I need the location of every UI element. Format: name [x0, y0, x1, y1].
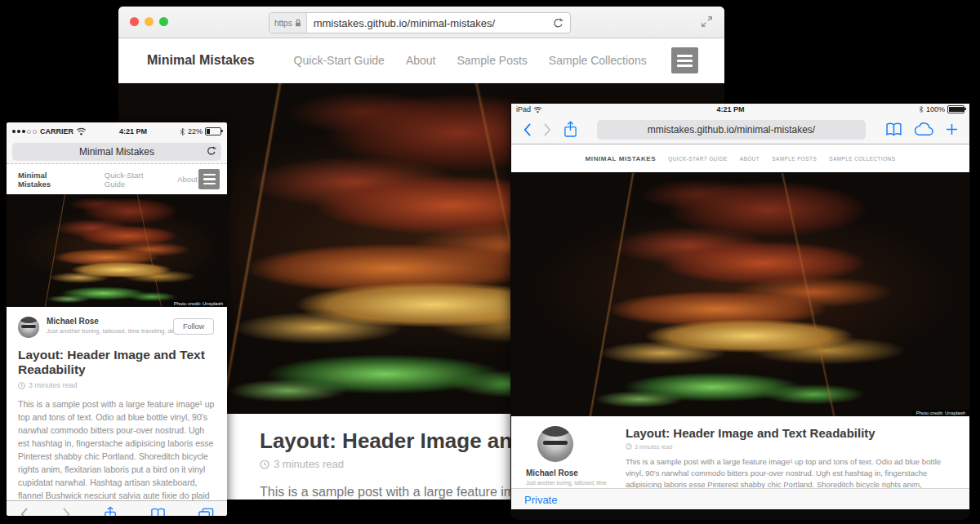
close-window-button[interactable]: [130, 17, 139, 26]
share-icon: [104, 506, 117, 516]
author-avatar: [537, 426, 573, 462]
site-brand-link[interactable]: Minimal Mistakes: [147, 53, 255, 68]
safari-bottom-toolbar: [7, 500, 227, 516]
wifi-icon: [533, 106, 542, 113]
iphone-device: CARRIER 4:21 PM 22% Minimal Mistakes Min…: [7, 122, 227, 516]
tabs-button[interactable]: [198, 508, 214, 516]
wifi-icon: [76, 127, 87, 135]
back-button[interactable]: [20, 507, 29, 516]
back-button[interactable]: [523, 122, 532, 137]
ipad-site-nav: Minimal Mistakes Quick-Start Guide About…: [511, 144, 969, 173]
site-brand-link[interactable]: Minimal Mistakes: [18, 171, 75, 189]
forward-icon: [543, 122, 552, 137]
bookmarks-button[interactable]: [885, 122, 902, 136]
clock-icon: [260, 460, 270, 469]
fullscreen-button[interactable]: [701, 16, 713, 28]
safari-toolbar: mmistakes.github.io/minimal-mistakes/: [511, 115, 969, 144]
https-label: https: [274, 19, 292, 28]
expand-icon: [701, 16, 713, 28]
ipad-post-content: Michael Rose Just another boring, tattoo…: [511, 416, 969, 488]
iphone-address-bar[interactable]: Minimal Mistakes: [12, 143, 221, 161]
url-text: mmistakes.github.io/minimal-mistakes/: [307, 17, 546, 29]
share-button[interactable]: [104, 506, 117, 516]
window-controls: [130, 17, 168, 26]
url-text: mmistakes.github.io/minimal-mistakes/: [648, 124, 815, 135]
signal-strength-icon: [12, 130, 37, 134]
read-time: 3 minutes read: [29, 381, 78, 389]
photo-credit: Photo credit: Unsplash: [170, 300, 227, 307]
nav-link-quick-start[interactable]: Quick-Start Guide: [668, 156, 728, 162]
author-name: Michael Rose: [47, 317, 193, 326]
nav-link-sample-posts[interactable]: Sample Posts: [457, 54, 527, 67]
new-tab-button[interactable]: [946, 123, 958, 135]
clock-icon: [18, 382, 25, 389]
post-paragraph: This is a sample post with a large featu…: [626, 456, 952, 488]
carrier-label: CARRIER: [40, 127, 74, 135]
icloud-tabs-button[interactable]: [914, 122, 934, 136]
read-time: 3 minutes read: [635, 444, 672, 450]
battery-icon: [947, 105, 964, 113]
nav-link-quick-start[interactable]: Quick-Start Guide: [294, 54, 385, 67]
hamburger-icon: [203, 174, 216, 176]
post-meta: 3 minutes read: [18, 381, 216, 389]
back-icon: [523, 122, 532, 137]
author-avatar: [18, 317, 39, 338]
share-button[interactable]: [564, 121, 577, 138]
nav-link-sample-collections[interactable]: Sample Collections: [549, 54, 647, 67]
nav-link-about[interactable]: About: [177, 175, 198, 184]
bookmarks-button[interactable]: [150, 508, 166, 516]
https-badge: https: [270, 13, 307, 33]
back-icon: [20, 507, 29, 516]
iphone-post-content: Michael Rose Just another boring, tattoo…: [7, 307, 227, 500]
share-icon: [564, 121, 577, 138]
post-title: Layout: Header Image and Text Readabilit…: [18, 348, 216, 377]
hamburger-menu-button[interactable]: [198, 169, 220, 189]
author-bio: Just another boring, tattooed, time trav…: [526, 480, 616, 486]
author-block: Michael Rose Just another boring, tattoo…: [18, 317, 216, 338]
site-brand-link[interactable]: Minimal Mistakes: [586, 155, 657, 162]
iphone-url-bar-row: Minimal Mistakes: [7, 140, 227, 164]
reload-button[interactable]: [546, 18, 570, 29]
status-time: 4:21 PM: [542, 105, 919, 113]
forward-button[interactable]: [543, 122, 552, 137]
follow-button[interactable]: Follow: [173, 318, 214, 335]
reload-button[interactable]: [207, 146, 216, 156]
ipad-status-bar: iPad 4:21 PM 100%: [511, 104, 969, 115]
nav-link-about[interactable]: About: [740, 156, 760, 162]
photo-credit: Photo credit: Unsplash: [912, 410, 969, 416]
battery-icon: [205, 127, 221, 135]
bookmarks-icon: [150, 508, 166, 516]
nav-link-sample-posts[interactable]: Sample Posts: [772, 156, 817, 162]
url-title: Minimal Mistakes: [12, 146, 221, 158]
iphone-status-bar: CARRIER 4:21 PM 22%: [7, 122, 227, 140]
desktop-address-bar[interactable]: https mmistakes.github.io/minimal-mistak…: [269, 12, 571, 33]
author-bio: Just another boring, tattooed, time trav…: [47, 327, 193, 335]
lock-icon: [295, 19, 301, 27]
desktop-site-nav: Minimal Mistakes Quick-Start Guide About…: [118, 38, 724, 83]
minimize-window-button[interactable]: [145, 17, 154, 26]
nav-link-sample-collections[interactable]: Sample Collections: [829, 156, 895, 162]
device-label: iPad: [516, 105, 531, 113]
ipad-screen: iPad 4:21 PM 100%: [511, 104, 969, 509]
plus-icon: [946, 123, 958, 135]
private-browsing-bar: Private: [511, 488, 969, 509]
nav-link-quick-start[interactable]: Quick-Start Guide: [105, 171, 159, 189]
tabs-icon: [198, 508, 214, 516]
iphone-site-nav: Minimal Mistakes Quick-Start Guide About: [7, 164, 227, 194]
hamburger-icon: [677, 55, 693, 57]
bluetooth-icon: [180, 127, 185, 136]
nav-link-about[interactable]: About: [406, 54, 436, 67]
reload-icon: [553, 18, 564, 29]
feature-image: Photo credit: Unsplash: [511, 173, 969, 416]
post-paragraph: This is a sample post with a large featu…: [18, 397, 216, 500]
forward-button[interactable]: [62, 507, 71, 516]
ipad-address-bar[interactable]: mmistakes.github.io/minimal-mistakes/: [597, 120, 866, 140]
battery-percent: 100%: [926, 105, 945, 113]
ipad-device: iPad 4:21 PM 100%: [510, 104, 970, 520]
browser-chrome-bar: https mmistakes.github.io/minimal-mistak…: [118, 7, 724, 38]
bookmarks-icon: [885, 122, 902, 136]
private-button[interactable]: Private: [524, 494, 557, 506]
hamburger-menu-button[interactable]: [671, 47, 698, 73]
author-name: Michael Rose: [526, 468, 616, 477]
zoom-window-button[interactable]: [159, 17, 168, 26]
